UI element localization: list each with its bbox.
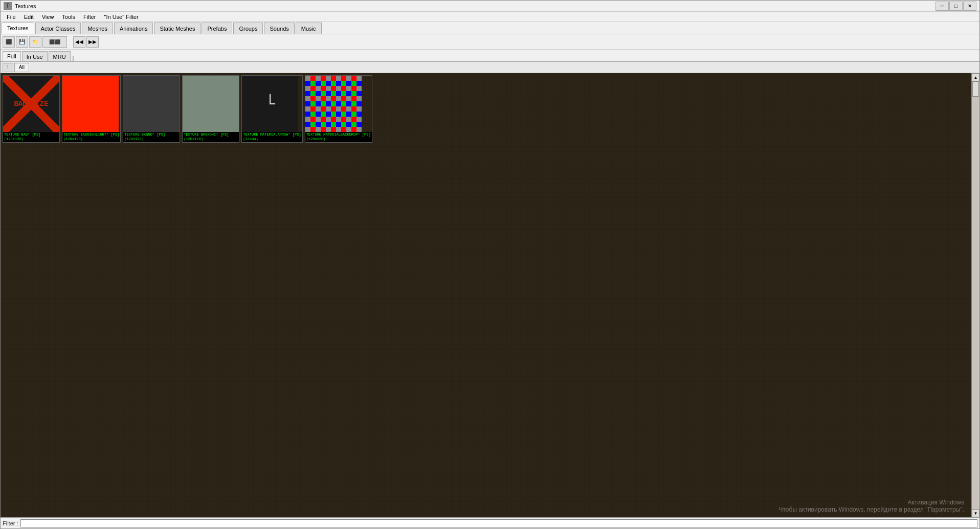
- menu-inuse-filter[interactable]: "In Use" Filter: [100, 12, 143, 22]
- texture-thumb-graygreen: [183, 76, 239, 132]
- tab-groups[interactable]: Groups: [233, 23, 263, 34]
- filter-label: Filter :: [3, 520, 18, 526]
- close-button[interactable]: ✕: [963, 2, 976, 11]
- scroll-thumb[interactable]: [972, 81, 979, 97]
- scroll-up-button[interactable]: ▲: [972, 73, 979, 81]
- app-icon: T: [4, 2, 12, 10]
- arrow-texture: └: [242, 76, 298, 132]
- filter-bar: Filter :: [1, 517, 979, 528]
- menu-view[interactable]: View: [38, 12, 58, 22]
- nav-tabs: Textures Actor Classes Meshes Animations…: [1, 22, 979, 34]
- title-bar-left: T Textures: [4, 2, 36, 10]
- maximize-button[interactable]: □: [949, 2, 963, 11]
- texture-thumb-dark: [123, 76, 180, 132]
- main-window: T Textures ─ □ ✕ File Edit View Tools Fi…: [0, 0, 980, 529]
- texture-label-dark: TEXTURE BKGND* [PS] (128×128): [123, 132, 180, 142]
- tab-actor-classes[interactable]: Actor Classes: [35, 23, 81, 34]
- texture-item-dark[interactable]: TEXTURE BKGND* [PS] (128×128): [123, 75, 180, 143]
- menu-file[interactable]: File: [3, 12, 20, 22]
- texture-item-bad[interactable]: BAD SIZE TEXTURE BAD* [PS] (128×128): [3, 75, 60, 143]
- minimize-button[interactable]: ─: [936, 2, 949, 11]
- texture-grid: BAD SIZE TEXTURE BAD* [PS] (128×128) TEX…: [1, 73, 971, 517]
- menu-filter[interactable]: Filter: [79, 12, 100, 22]
- menu-edit[interactable]: Edit: [20, 12, 38, 22]
- texture-label-red: TEXTURE BADHIGHLIGHT* [PS] (128×128): [62, 132, 120, 142]
- tab-static-meshes[interactable]: Static Meshes: [154, 23, 201, 34]
- texture-item-red[interactable]: TEXTURE BADHIGHLIGHT* [PS] (128×128): [62, 75, 121, 143]
- filter-input[interactable]: [20, 519, 977, 527]
- group-tabs: ! All: [1, 62, 979, 73]
- arrow-symbol: └: [265, 94, 275, 114]
- texture-item-checker[interactable]: TEXTURE MATERIALBACKDROP* [PS] (128×128): [305, 75, 372, 143]
- graygreen-texture: [183, 76, 239, 132]
- texture-thumb-bad: BAD SIZE: [3, 76, 59, 132]
- texture-item-arrow[interactable]: └ TEXTURE MATERIALARROW* [PS] (32×94): [241, 75, 302, 143]
- texture-item-graygreen[interactable]: TEXTURE BKGNDHI* [PS] (128×128): [182, 75, 239, 143]
- group-tab-excl[interactable]: !: [3, 63, 13, 72]
- toolbar-btn-prev[interactable]: ◀◀: [73, 36, 85, 48]
- red-texture: [62, 76, 119, 132]
- scrollbar-vertical: ▲ ▼: [971, 73, 979, 517]
- dark-texture: [123, 76, 180, 132]
- bad-size-bg: BAD SIZE: [3, 76, 59, 132]
- sub-tabs: Full In Use MRU |: [1, 50, 979, 62]
- group-tab-all[interactable]: All: [14, 63, 29, 72]
- toolbar-btn-open[interactable]: 📁: [29, 36, 41, 48]
- texture-thumb-checker: [305, 76, 362, 132]
- tab-prefabs[interactable]: Prefabs: [202, 23, 232, 34]
- bad-size-text: BAD SIZE: [14, 100, 48, 108]
- toolbar-btn-export[interactable]: 💾: [16, 36, 28, 48]
- texture-label-graygreen: TEXTURE BKGNDHI* [PS] (128×128): [183, 132, 239, 142]
- window-title: Textures: [15, 3, 36, 9]
- content-area: BAD SIZE TEXTURE BAD* [PS] (128×128) TEX…: [1, 73, 979, 528]
- menu-tools[interactable]: Tools: [58, 12, 79, 22]
- toolbar-btn-next[interactable]: ▶▶: [86, 36, 99, 48]
- texture-label-bad: TEXTURE BAD* [PS] (128×128): [3, 132, 59, 142]
- menu-bar: File Edit View Tools Filter "In Use" Fil…: [1, 12, 979, 22]
- texture-thumb-red: [62, 76, 119, 132]
- title-bar: T Textures ─ □ ✕: [1, 1, 979, 12]
- tab-textures[interactable]: Textures: [2, 23, 34, 34]
- toolbar-btn-import[interactable]: ⬛: [3, 36, 15, 48]
- subtab-inuse[interactable]: In Use: [22, 51, 48, 61]
- subtab-mru[interactable]: MRU: [49, 51, 71, 61]
- subtab-full[interactable]: Full: [3, 51, 21, 61]
- tab-music[interactable]: Music: [296, 23, 322, 34]
- scroll-track[interactable]: [972, 81, 979, 509]
- tab-sounds[interactable]: Sounds: [264, 23, 294, 34]
- texture-thumb-arrow: └: [242, 76, 298, 132]
- title-bar-controls: ─ □ ✕: [936, 2, 976, 11]
- texture-label-checker: TEXTURE MATERIALBACKDROP* [PS] (128×128): [305, 132, 372, 142]
- toolbar: ⬛ 💾 📁 ⬛⬛ ◀◀ ▶▶: [1, 34, 979, 50]
- scroll-down-button[interactable]: ▼: [972, 509, 979, 517]
- toolbar-btn-copy[interactable]: ⬛⬛: [42, 36, 67, 48]
- texture-label-arrow: TEXTURE MATERIALARROW* [PS] (32×94): [242, 132, 302, 142]
- tab-meshes[interactable]: Meshes: [82, 23, 113, 34]
- checker-texture: [305, 76, 362, 132]
- tab-animations[interactable]: Animations: [114, 23, 153, 34]
